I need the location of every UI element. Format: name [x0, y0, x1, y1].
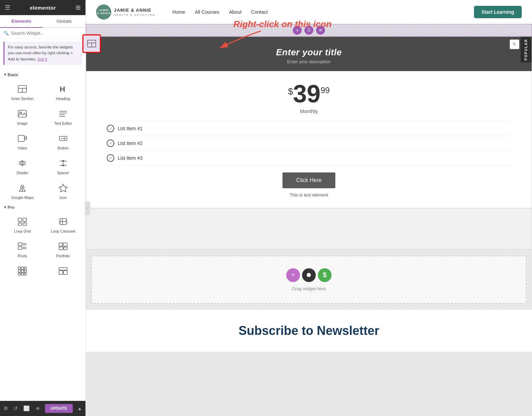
tooltip-link[interactable]: Got It [37, 57, 47, 61]
highlighted-widget[interactable] [82, 34, 101, 53]
bottom-bar: ⚙ ↺ ⬜ 👁 UPDATE ▲ [0, 401, 85, 416]
update-button[interactable]: UPDATE [45, 404, 72, 413]
image-label: Image [17, 121, 28, 125]
tab-elements[interactable]: Elements [0, 15, 43, 28]
nav-links: Home All Courses About Contact [172, 9, 268, 15]
svg-rect-51 [63, 243, 67, 246]
toolbar-add-button[interactable]: + [293, 26, 302, 35]
widget-posts[interactable]: Posts [2, 236, 43, 261]
click-here-button[interactable]: Click Here [282, 172, 335, 188]
nav-about[interactable]: About [229, 9, 242, 15]
chevron-up-icon[interactable]: ▲ [77, 406, 82, 411]
nav-contact[interactable]: Contact [251, 9, 268, 15]
svg-line-30 [24, 189, 25, 191]
widget-divider[interactable]: Divider [2, 153, 43, 178]
settings-icon[interactable]: ⚙ [3, 405, 8, 412]
heading-icon: H [57, 83, 69, 95]
button-label: Button [58, 146, 69, 150]
site-nav: JAMIE& ANNIE JAMIE & ANNIE HEALTH & NUTR… [86, 0, 532, 24]
drag-section: + ⏺ $ Drag widget here [91, 256, 527, 304]
history-icon[interactable]: ↺ [13, 405, 18, 412]
svg-marker-32 [59, 184, 67, 192]
app-title: elementor [30, 5, 56, 11]
pricing-dark-header: Enter your title Enter your description [86, 37, 532, 71]
svg-rect-56 [24, 267, 26, 269]
divider-label: Divider [16, 171, 28, 175]
grid-icon[interactable]: ⊞ [76, 4, 81, 11]
widget-heading[interactable]: H Heading [43, 79, 84, 103]
nav-home[interactable]: Home [172, 9, 185, 15]
check-icon-1: ✓ [107, 125, 114, 132]
toolbar-close-button[interactable]: ✕ [316, 26, 325, 35]
section-basic-header[interactable]: Basic [0, 70, 85, 79]
widget-loop-carousel[interactable]: Loop Carousel [43, 211, 84, 236]
svg-rect-61 [21, 273, 24, 275]
google-maps-icon [16, 182, 28, 194]
svg-marker-19 [21, 160, 23, 162]
posts-label: Posts [18, 254, 27, 258]
video-label: Video [18, 146, 27, 150]
nav-all-courses[interactable]: All Courses [195, 9, 220, 15]
spacer-icon [57, 157, 69, 169]
responsive-icon[interactable]: ⬜ [23, 405, 30, 412]
pricing-title: Enter your title [93, 47, 525, 58]
widget-spacer[interactable]: Spacer [43, 153, 84, 178]
list-item-3: ✓ List Item #3 [107, 151, 511, 166]
svg-rect-60 [18, 273, 21, 275]
search-input[interactable] [11, 31, 82, 36]
preview-icon[interactable]: 👁 [35, 406, 41, 412]
loop-carousel-label: Loop Carousel [51, 229, 76, 233]
svg-rect-65 [63, 271, 67, 274]
pricing-body: $ 39 99 Monthly ✓ List Item #1 ✓ List It… [86, 71, 532, 208]
pricing-section: POPULAR ✎ Enter your title Enter your de… [86, 36, 532, 208]
svg-marker-20 [21, 165, 23, 166]
button-icon [57, 132, 69, 145]
section-toolbar: + ⠿ ✕ [86, 24, 532, 36]
svg-text:H: H [60, 85, 65, 93]
widget-portfolio[interactable]: Portfolio [43, 236, 84, 261]
drag-plus-icon[interactable]: + [286, 268, 300, 282]
svg-point-27 [22, 186, 23, 188]
tab-globals[interactable]: Globals [43, 15, 86, 27]
google-maps-label: Google Maps [11, 195, 34, 200]
section-pro-header[interactable]: Pro [0, 202, 85, 211]
price-dollar: $ [288, 86, 293, 97]
svg-marker-24 [62, 160, 64, 161]
hamburger-icon[interactable]: ☰ [5, 4, 10, 11]
drag-s-icon[interactable]: $ [318, 268, 332, 282]
widget-banner6[interactable] [43, 261, 84, 281]
drag-text: Drag widget here [292, 286, 326, 291]
widget-icon[interactable]: Icon [43, 178, 84, 202]
collapse-handle[interactable]: ‹ [85, 201, 90, 215]
widget-video[interactable]: Video [2, 128, 43, 153]
search-icon: 🔍 [3, 31, 9, 36]
toolbar-drag-button[interactable]: ⠿ [304, 26, 313, 35]
panel-tabs: Elements Globals [0, 15, 85, 28]
widgets-area: Basic Inner Section H Heading [0, 68, 85, 401]
svg-rect-57 [18, 270, 21, 272]
nav-cta-button[interactable]: Start Learning [474, 6, 522, 18]
basic-widgets-grid: Inner Section H Heading Image [0, 79, 85, 202]
text-editor-label: Text Editor [54, 121, 72, 125]
widget-inner-section[interactable]: Inner Section [2, 79, 43, 103]
drag-icons: + ⏺ $ [286, 268, 332, 282]
widget-image[interactable]: Image [2, 103, 43, 128]
portfolio-label: Portfolio [56, 254, 70, 258]
drag-section-wrapper: + ⏺ $ Drag widget here [86, 249, 532, 310]
widget-button[interactable]: Button [43, 128, 84, 153]
tooltip-box: For easy access, favorite the widgets yo… [3, 42, 82, 65]
svg-rect-41 [66, 220, 67, 224]
widget-grid5[interactable] [2, 261, 43, 281]
edit-icon-button[interactable]: ✎ [510, 40, 519, 49]
divider-icon [16, 157, 28, 169]
svg-rect-33 [18, 218, 22, 222]
widget-text-editor[interactable]: Text Editor [43, 103, 84, 128]
svg-rect-59 [24, 270, 26, 272]
heading-label: Heading [56, 97, 70, 101]
svg-rect-55 [21, 267, 24, 269]
logo-circle: JAMIE& ANNIE [96, 4, 111, 20]
widget-google-maps[interactable]: Google Maps [2, 178, 43, 202]
drag-record-icon[interactable]: ⏺ [302, 268, 316, 282]
text-editor-icon [57, 108, 69, 120]
widget-loop-grid[interactable]: Loop Grid [2, 211, 43, 236]
